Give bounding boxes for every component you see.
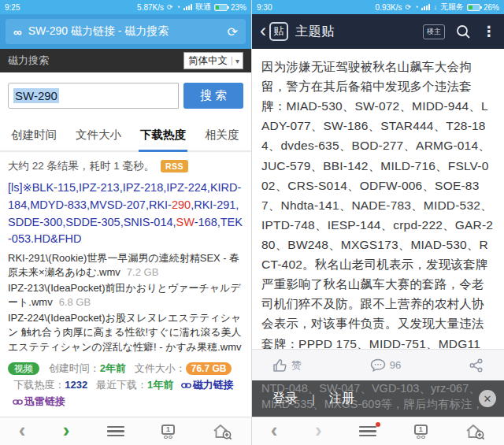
like-label: 赞 <box>291 358 302 373</box>
size-badge: 76.7 GB <box>186 362 232 375</box>
status-bar: 9:30 0.93K/s ⟳ ◔ ↓ 无服务 26% <box>252 0 504 14</box>
file-name: IPZ-213\(IdeaPocket)前田かおりとヴァーチャルデート.wmv <box>8 282 241 308</box>
dimmed-post-continuation: NTD-048、SW-047、VGD-103、yrz-067、 MIAD-535… <box>252 380 504 417</box>
file-name: IPZ-224\(IdeaPocket)お股ヌレヌレエステティシャン 触れ合う肉… <box>8 312 242 353</box>
magnet-link[interactable]: 磁力链接 <box>181 379 234 391</box>
browser-bottom-nav: ‹ › 1 <box>0 417 251 445</box>
refresh-icon[interactable]: ⟳ <box>228 24 238 39</box>
incognito-glasses-icon <box>164 436 172 439</box>
tieba-header: ‹ 贴 主题贴 楼主 ⋮ <box>252 14 504 49</box>
comment-count: 96 <box>390 359 401 371</box>
battery-icon <box>467 4 480 11</box>
forward-button[interactable]: › <box>315 420 322 440</box>
file-item: RKI-291\(Rookie)世界一早漏男の連続射精SEX - 春原未来×瀬名… <box>8 251 243 280</box>
tabs-button[interactable]: 1 <box>161 425 175 439</box>
login-overlay-bar: 登录 | 注册 ✕ <box>252 380 504 417</box>
like-button[interactable]: 赞 <box>272 358 302 373</box>
clock: 9:30 <box>257 3 272 12</box>
link-icon: ∞ <box>13 25 22 39</box>
thumbs-up-icon <box>272 358 287 373</box>
page-title: 主题贴 <box>295 23 423 40</box>
search-input[interactable]: SW-290 <box>8 83 179 109</box>
file-size: 7.2 GB <box>127 266 158 278</box>
sort-tabs: 创建时间 文件大小 下载热度 相关度 <box>0 118 251 152</box>
recent-label: 最近下载： <box>96 379 147 391</box>
notification-dot <box>376 422 380 427</box>
rss-badge[interactable]: RSS <box>161 160 188 172</box>
no-data-arrow-icon: ↓ <box>433 4 437 11</box>
result-title-highlight: SW <box>176 216 195 228</box>
login-button[interactable]: 登录 <box>272 391 298 407</box>
browser-bottom-nav: ‹ › 1 <box>252 417 504 445</box>
result-title-link[interactable]: [ls]※BLK-115,IPZ-213,IPZ-218,IPZ-224,KIR… <box>0 178 251 251</box>
site-name: 磁力搜索 <box>8 54 49 68</box>
search-input-value: SW-290 <box>13 88 59 103</box>
file-item: IPZ-224\(IdeaPocket)お股ヌレヌレエステティシャン 触れ合う肉… <box>8 311 243 357</box>
right-phone-tieba: 9:30 0.93K/s ⟳ ◔ ↓ 无服务 26% ‹ 贴 主题贴 楼主 ⋮ … <box>252 0 504 445</box>
address-bar[interactable]: ∞ SW-290 磁力链接 - 磁力搜索 ⟳ <box>6 19 246 44</box>
chain-icon <box>181 382 191 389</box>
alarm-icon: ◔ <box>414 4 418 11</box>
result-meta-row: 视频 创建时间：2年前 文件大小：76.7 GB 下载热度：1232 最近下载：… <box>0 357 251 410</box>
type-badge: 视频 <box>8 362 39 375</box>
thunder-link-label: 迅雷链接 <box>24 395 65 407</box>
file-item: IPZ-213\(IdeaPocket)前田かおりとヴァーチャルデート.wmv6… <box>8 281 243 310</box>
register-button[interactable]: 注册 <box>329 391 354 407</box>
alarm-icon: ◔ <box>176 4 180 11</box>
share-nodes-icon <box>469 358 484 373</box>
status-bar: 9:25 5.87K/s ⟳ ◔ 联通 23% <box>0 0 251 14</box>
comments-button[interactable]: 96 <box>370 358 401 372</box>
menu-button-with-notification[interactable] <box>359 426 376 437</box>
search-row: SW-290 搜 索 <box>0 72 251 118</box>
result-title-link-visited[interactable]: 第一會所新片@SIS001@(SWITCH)(SW-290)あれ <box>0 410 251 417</box>
home-search-button[interactable] <box>465 423 485 440</box>
post-body-text: 因为涉嫌无证驾驶被秋名山飙车大会拘留，警方在其后备箱中发现多个违法套牌：MIAD… <box>252 49 504 349</box>
network-speed: 5.87K/s <box>137 3 164 12</box>
language-selected-value: 简体中文 <box>184 54 232 68</box>
home-search-button[interactable] <box>212 423 232 440</box>
back-button[interactable]: ‹ <box>271 420 278 440</box>
created-value: 2年前 <box>100 362 126 374</box>
clock: 9:25 <box>5 3 20 12</box>
language-select[interactable]: 简体中文 ▾ <box>183 52 243 69</box>
size-label: 文件大小： <box>135 362 186 374</box>
browser-address-row: ∞ SW-290 磁力链接 - 磁力搜索 ⟳ <box>0 14 251 49</box>
tab-create-time[interactable]: 创建时间 <box>9 123 58 150</box>
file-list: RKI-291\(Rookie)世界一早漏男の連続射精SEX - 春原未来×瀬名… <box>0 251 251 357</box>
search-icon[interactable] <box>456 24 471 39</box>
chevron-down-icon: ▾ <box>232 57 243 65</box>
tab-count: 1 <box>414 425 428 435</box>
menu-button[interactable] <box>107 426 124 437</box>
tab-relevance[interactable]: 相关度 <box>203 123 241 150</box>
result-title-highlight: 290 <box>172 198 191 211</box>
sync-icon: ⟳ <box>167 4 173 11</box>
sync-icon: ⟳ <box>406 4 412 11</box>
carrier-label: 无服务 <box>440 2 464 13</box>
carrier-label: 联通 <box>195 2 211 13</box>
back-button[interactable]: ‹ <box>19 420 26 440</box>
back-button[interactable]: ‹ <box>260 20 266 42</box>
dual-screenshot: 9:25 5.87K/s ⟳ ◔ 联通 23% ∞ SW-290 磁力链接 - … <box>0 0 504 445</box>
heat-value: 1232 <box>65 379 87 391</box>
share-button[interactable] <box>469 358 484 373</box>
comment-bubble-icon <box>370 358 386 372</box>
tieba-logo-icon[interactable]: 贴 <box>269 22 288 41</box>
forward-button[interactable]: › <box>63 420 70 440</box>
thunder-link[interactable]: 迅雷链接 <box>13 395 65 407</box>
page-title: SW-290 磁力链接 - 磁力搜索 <box>28 24 223 39</box>
post-action-bar: 赞 96 <box>252 349 504 380</box>
file-name: RKI-291\(Rookie)世界一早漏男の連続射精SEX - 春原未来×瀬名… <box>8 252 239 278</box>
tabs-button[interactable]: 1 <box>414 425 428 439</box>
search-button[interactable]: 搜 索 <box>183 83 243 109</box>
recent-value: 1年前 <box>147 379 173 391</box>
view-op-only-button[interactable]: 楼主 <box>423 24 445 39</box>
close-icon[interactable]: ✕ <box>479 390 496 407</box>
battery-percent: 26% <box>484 3 499 12</box>
results-info-row: 大约 22 条结果，耗时 1 毫秒。 RSS <box>0 152 251 178</box>
more-menu-icon[interactable]: ⋮ <box>482 24 496 39</box>
file-size: 6.8 GB <box>59 296 91 308</box>
site-title-bar: 磁力搜索 简体中文 ▾ <box>0 49 251 72</box>
file-size: 6.4 GB <box>14 355 46 357</box>
tab-download-heat[interactable]: 下载热度 <box>139 123 187 152</box>
tab-file-size[interactable]: 文件大小 <box>74 123 123 150</box>
